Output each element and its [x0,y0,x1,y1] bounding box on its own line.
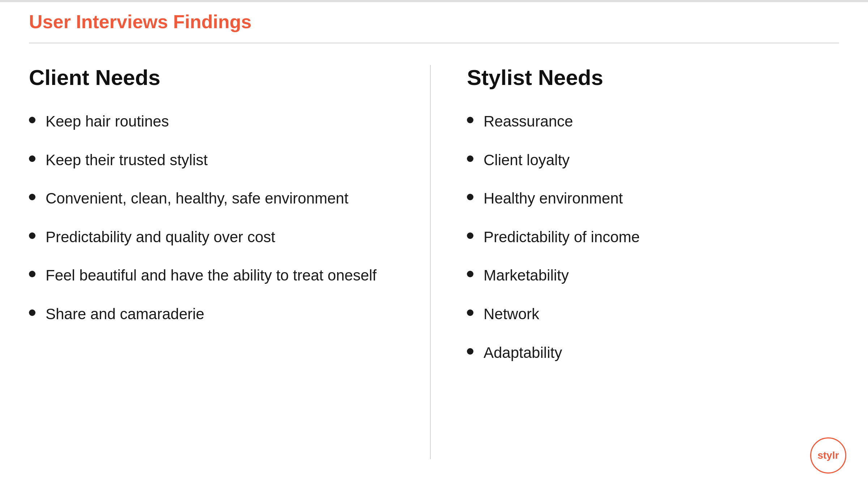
bullet-icon [29,232,35,239]
client-needs-list: Keep hair routines Keep their trusted st… [29,112,401,324]
list-item: Convenient, clean, healthy, safe environ… [29,189,401,209]
header-divider [29,43,839,43]
bullet-icon [29,117,35,123]
list-item: Client loyalty [467,150,839,170]
top-border [0,0,868,2]
bullet-icon [467,309,473,316]
list-item: Reassurance [467,112,839,132]
main-content: Client Needs Keep hair routines Keep the… [29,65,839,459]
bullet-icon [467,232,473,239]
list-item: Predictability and quality over cost [29,227,401,247]
list-item: Share and camaraderie [29,304,401,324]
bullet-icon [29,194,35,200]
stylist-needs-heading: Stylist Needs [467,65,839,90]
bullet-icon [29,155,35,162]
list-item: Network [467,304,839,324]
header-section: User Interviews Findings [29,11,839,43]
list-item: Feel beautiful and have the ability to t… [29,266,401,286]
bullet-icon [467,155,473,162]
list-item: Keep hair routines [29,112,401,132]
column-divider [430,65,431,459]
list-item: Predictability of income [467,227,839,247]
stylist-needs-column: Stylist Needs Reassurance Client loyalty… [438,65,839,459]
bullet-icon [29,309,35,316]
bullet-icon [467,194,473,200]
logo-circle: stylr [810,437,846,474]
page-title: User Interviews Findings [29,11,839,33]
bullet-icon [467,117,473,123]
list-item: Adaptability [467,343,839,363]
list-item: Marketability [467,266,839,286]
bullet-icon [467,348,473,355]
bullet-icon [467,271,473,277]
stylist-needs-list: Reassurance Client loyalty Healthy envir… [467,112,839,363]
bullet-icon [29,271,35,277]
list-item: Healthy environment [467,189,839,209]
client-needs-heading: Client Needs [29,65,401,90]
list-item: Keep their trusted stylist [29,150,401,170]
logo-text: stylr [817,450,839,461]
client-needs-column: Client Needs Keep hair routines Keep the… [29,65,423,459]
